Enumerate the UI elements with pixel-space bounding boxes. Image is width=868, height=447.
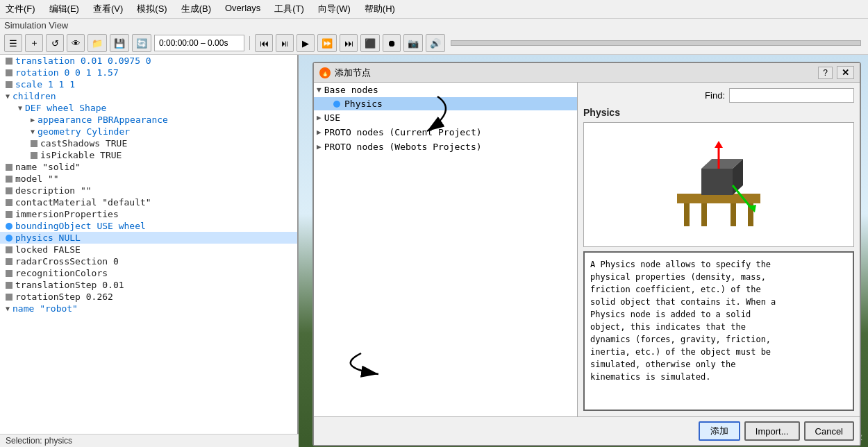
tree-item-0[interactable]: translation 0.01 0.0975 0 [0,55,297,67]
toolbar-rewind-btn[interactable]: ⏮ [255,34,273,52]
tree-square-icon [6,81,12,88]
section-arrow-right-icon: ▶ [317,113,322,122]
tree-item-text: geometry Cylinder [37,126,130,137]
find-input[interactable] [729,88,854,103]
tree-item-7[interactable]: castShadows TRUE [0,137,297,149]
tree-item-6[interactable]: ▼geometry Cylinder [0,126,297,137]
tree-dot-icon [6,223,12,230]
main-layout: translation 0.01 0.0975 0rotation 0 0 1 … [0,55,868,447]
dialog-section-3[interactable]: ▶PROTO nodes (Webots Projects) [314,140,577,154]
menu-build[interactable]: 生成(B) [178,1,214,17]
dialog-section-2[interactable]: ▶PROTO nodes (Current Project) [314,125,577,140]
tree-item-text: translationStep 0.01 [15,280,124,290]
menu-file[interactable]: 文件(F) [3,1,38,17]
tree-item-19[interactable]: translationStep 0.01 [0,279,297,291]
add-button[interactable]: 添加 [699,421,740,441]
toolbar-save-btn[interactable]: 💾 [110,34,129,52]
tree-item-9[interactable]: name "solid" [0,161,297,173]
toolbar-camera-btn[interactable]: 📷 [403,34,423,52]
tree-item-text: model "" [15,174,59,184]
tree-square-icon [6,58,12,65]
tree-item-text: radarCrossSection 0 [15,256,119,267]
preview-title: Physics [583,107,854,118]
tree-item-21[interactable]: ▼name "robot" [0,303,297,314]
toolbar-reset-btn[interactable]: ↺ [46,34,64,52]
tree-item-2[interactable]: scale 1 1 1 [0,78,297,90]
tree-item-text: locked FALSE [15,244,81,255]
tree-square-icon [31,152,37,159]
toolbar: ☰ ＋ ↺ 👁 📁 💾 🔄 0:00:00:00 – 0.00s ⏮ ⏯ ▶ ⏩… [0,32,868,55]
menu-view[interactable]: 查看(V) [90,1,126,17]
toolbar-add-btn[interactable]: ＋ [25,34,43,52]
tree-item-5[interactable]: ▶appearance PBRAppearance [0,114,297,126]
toolbar-open-btn[interactable]: 📁 [87,34,107,52]
dialog-titlebar: 🔥 添加节点 ? ✕ [314,63,860,83]
add-node-dialog: 🔥 添加节点 ? ✕ ▼Base nodesPhysics▶USE▶PROTO … [312,62,861,446]
tree-item-14[interactable]: boundingObject USE wheel [0,220,297,232]
tree-item-10[interactable]: model "" [0,173,297,185]
tree-item-18[interactable]: recognitionColors [0,267,297,279]
tree-item-16[interactable]: locked FALSE [0,244,297,255]
tree-square-icon [6,199,12,206]
toolbar-menu-btn[interactable]: ☰ [4,34,22,52]
section-arrow-down-icon: ▼ [317,85,322,94]
svg-rect-3 [731,202,736,226]
tree-square-icon [6,69,12,76]
svg-rect-2 [701,202,707,226]
menu-help[interactable]: 帮助(H) [362,1,398,17]
toolbar-refresh-btn[interactable]: 🔄 [132,34,151,52]
tree-item-text: physics NULL [15,233,81,243]
dialog-help-button[interactable]: ? [818,67,833,79]
toolbar-separator [249,36,250,50]
menu-edit[interactable]: 编辑(E) [47,1,82,17]
toolbar-fast-btn[interactable]: ⏩ [317,34,337,52]
description-box: A Physics node allows to specify the phy… [583,251,854,411]
menu-simulate[interactable]: 模拟(S) [134,1,169,17]
dialog-footer: 添加 Import... Cancel [314,416,860,445]
tree-item-17[interactable]: radarCrossSection 0 [0,255,297,267]
tree-item-text: contactMaterial "default" [15,197,151,208]
cancel-button[interactable]: Cancel [804,421,854,441]
dialog-close-button[interactable]: ✕ [837,66,854,79]
tree-item-1[interactable]: rotation 0 0 1 1.57 [0,67,297,78]
toolbar-eye-btn[interactable]: 👁 [67,34,85,52]
dialog-tree-item-0-0[interactable]: Physics [314,97,577,110]
toolbar-audio-btn[interactable]: 🔊 [426,34,445,52]
progress-bar[interactable] [451,40,861,46]
tree-item-13[interactable]: immersionProperties [0,208,297,220]
tree-item-12[interactable]: contactMaterial "default" [0,196,297,208]
menu-overlays[interactable]: Overlays [222,1,263,17]
tree-item-text: translation 0.01 0.0975 0 [15,56,151,66]
tree-item-20[interactable]: rotationStep 0.262 [0,291,297,303]
svg-rect-0 [684,202,690,226]
import-button[interactable]: Import... [744,421,800,441]
tree-arrow-down-icon: ▼ [18,104,22,112]
dialog-right-panel: Find: Physics [578,83,860,416]
tree-square-icon [6,187,12,194]
toolbar-play-btn[interactable]: ▶ [297,34,315,52]
tree-item-3[interactable]: ▼children [0,90,297,102]
menu-wizard[interactable]: 向导(W) [315,1,353,17]
section-label: PROTO nodes (Current Project) [324,127,482,137]
toolbar-rec-btn[interactable]: ⏺ [383,34,401,52]
section-label: Base nodes [324,85,378,95]
section-label: USE [324,112,340,123]
toolbar-step-btn[interactable]: ⏯ [276,34,294,52]
tree-item-4[interactable]: ▼DEF wheel Shape [0,102,297,114]
find-row: Find: [583,88,854,103]
toolbar-screen-btn[interactable]: ⬛ [360,34,380,52]
dialog-section-0[interactable]: ▼Base nodes [314,83,577,97]
tree-item-15[interactable]: physics NULL [0,232,297,244]
dialog-section-1[interactable]: ▶USE [314,110,577,125]
tree-square-icon [31,140,37,147]
tree-square-icon [6,258,12,265]
tree-item-8[interactable]: isPickable TRUE [0,149,297,161]
tree-arrow-down-icon: ▼ [6,92,10,100]
tree-item-text: recognitionColors [15,268,108,278]
tree-item-text: DEF wheel Shape [25,103,106,113]
tree-item-text: name "solid" [15,162,81,172]
toolbar-ffwd-btn[interactable]: ⏭ [340,34,358,52]
section-arrow-right-icon: ▶ [317,128,322,137]
menu-tools[interactable]: 工具(T) [272,1,307,17]
tree-item-11[interactable]: description "" [0,185,297,196]
